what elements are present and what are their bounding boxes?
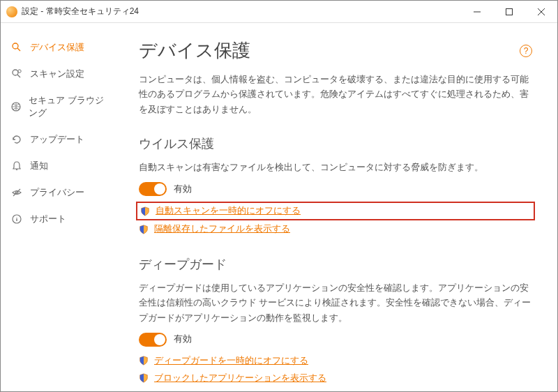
- link-disable-autoscan[interactable]: 自動スキャンを一時的にオフにする: [139, 204, 532, 218]
- sidebar-item-label: デバイス保護: [30, 41, 84, 54]
- info-icon: [10, 213, 23, 225]
- toggle-label: 有効: [174, 333, 192, 345]
- link-text: 自動スキャンを一時的にオフにする: [156, 205, 301, 217]
- shield-icon: [140, 206, 150, 216]
- toggle-label: 有効: [174, 183, 192, 195]
- help-icon[interactable]: ?: [520, 45, 532, 57]
- section-virus-protection: ウイルス保護 自動スキャンは有害なファイルを検出して、コンピュータに対する脅威を…: [139, 135, 532, 235]
- svg-point-1: [13, 43, 18, 49]
- link-text: ブロックしたアプリケーションを表示する: [154, 372, 326, 384]
- sidebar: デバイス保護 スキャン設定 セキュア ブラウジング アップデート 通知: [1, 23, 119, 392]
- link-show-quarantine[interactable]: 隔離保存したファイルを表示する: [139, 223, 532, 235]
- section-title: ディープガード: [139, 256, 532, 273]
- svg-point-2: [13, 70, 18, 75]
- virus-protection-toggle[interactable]: [139, 182, 167, 196]
- eye-off-icon: [10, 187, 23, 198]
- sidebar-item-label: アップデート: [30, 133, 84, 146]
- sidebar-item-label: サポート: [30, 213, 66, 225]
- sidebar-item-label: セキュア ブラウジング: [29, 94, 110, 119]
- sidebar-item-label: プライバシー: [30, 186, 84, 199]
- link-disable-deepguard[interactable]: ディープガードを一時的にオフにする: [139, 355, 532, 367]
- close-button[interactable]: [525, 1, 557, 23]
- link-show-blocked-apps[interactable]: ブロックしたアプリケーションを表示する: [139, 372, 532, 384]
- window-title: 設定 - 常時安全セキュリティ24: [22, 6, 461, 17]
- globe-icon: [10, 101, 22, 112]
- link-text: 隔離保存したファイルを表示する: [154, 223, 290, 235]
- page-title: デバイス保護: [139, 38, 520, 63]
- sidebar-item-label: 通知: [30, 160, 48, 172]
- titlebar: 設定 - 常時安全セキュリティ24: [1, 1, 557, 23]
- toggle-row: 有効: [139, 333, 532, 347]
- sidebar-item-notifications[interactable]: 通知: [1, 153, 119, 179]
- shield-icon: [139, 356, 149, 365]
- link-text: ディープガードを一時的にオフにする: [154, 355, 308, 367]
- shield-icon: [139, 225, 149, 234]
- window-controls: [461, 1, 557, 23]
- magnifier-shield-icon: [10, 42, 23, 53]
- scan-icon: [10, 68, 23, 80]
- minimize-button[interactable]: [461, 1, 493, 23]
- section-deepguard: ディープガード ディープガードは使用しているアプリケーションの安全性を確認します…: [139, 256, 532, 384]
- app-icon: [6, 6, 17, 17]
- refresh-icon: [10, 134, 23, 145]
- deepguard-toggle[interactable]: [139, 333, 167, 347]
- sidebar-item-support[interactable]: サポート: [1, 206, 119, 232]
- page-description: コンピュータは、個人情報を盗む、コンピュータを破壊する、または違法な目的に使用す…: [139, 73, 532, 117]
- toggle-row: 有効: [139, 182, 532, 196]
- sidebar-item-update[interactable]: アップデート: [1, 126, 119, 153]
- svg-rect-0: [506, 8, 513, 15]
- bell-icon: [10, 160, 23, 172]
- sidebar-item-secure-browsing[interactable]: セキュア ブラウジング: [1, 87, 119, 126]
- section-description: 自動スキャンは有害なファイルを検出して、コンピュータに対する脅威を防ぎます。: [139, 160, 532, 175]
- content-area: デバイス保護 スキャン設定 セキュア ブラウジング アップデート 通知: [1, 23, 557, 392]
- sidebar-item-scan-settings[interactable]: スキャン設定: [1, 61, 119, 87]
- sidebar-item-device-protection[interactable]: デバイス保護: [1, 34, 119, 61]
- sidebar-item-privacy[interactable]: プライバシー: [1, 179, 119, 206]
- main-panel[interactable]: デバイス保護 ? コンピュータは、個人情報を盗む、コンピュータを破壊する、または…: [119, 23, 557, 392]
- shield-icon: [139, 373, 149, 383]
- maximize-button[interactable]: [493, 1, 525, 23]
- sidebar-item-label: スキャン設定: [30, 68, 84, 80]
- section-title: ウイルス保護: [139, 135, 532, 152]
- svg-point-3: [18, 70, 21, 73]
- section-description: ディープガードは使用しているアプリケーションの安全性を確認します。アプリケーショ…: [139, 281, 532, 326]
